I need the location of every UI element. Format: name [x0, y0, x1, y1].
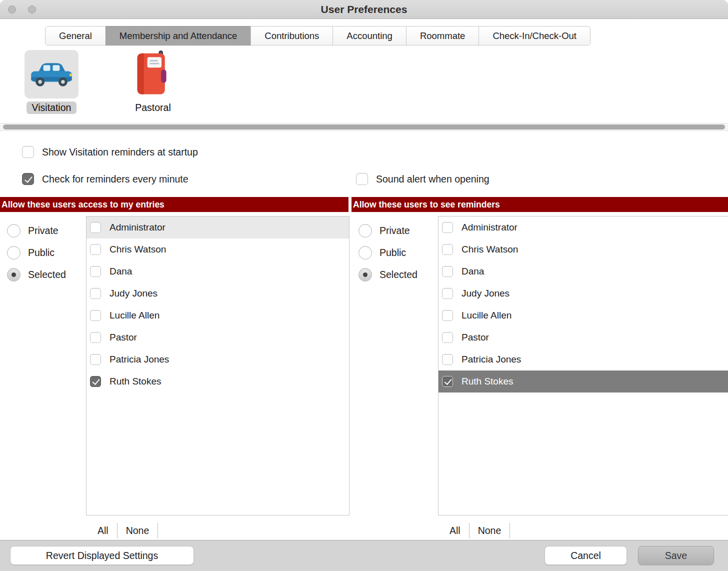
- user-name: Patricia Jones: [110, 354, 169, 365]
- user-row-dana[interactable]: Dana: [438, 260, 728, 282]
- close-button[interactable]: [8, 6, 16, 14]
- reminders-radio-selected[interactable]: [358, 268, 372, 282]
- tab-accounting[interactable]: Accounting: [332, 26, 406, 46]
- reminders-none-button[interactable]: None: [470, 523, 510, 538]
- user-row-patricia-jones[interactable]: Patricia Jones: [86, 348, 349, 370]
- user-checkbox[interactable]: [90, 310, 101, 321]
- user-name: Patricia Jones: [462, 354, 521, 365]
- tab-check-in-check-out[interactable]: Check-In/Check-Out: [478, 26, 590, 46]
- check-every-minute-label: Check for reminders every minute: [42, 174, 188, 185]
- reminders-section-header: Allow these users to see reminders: [352, 197, 728, 212]
- user-name: Pastor: [110, 332, 137, 343]
- user-row-dana[interactable]: Dana: [86, 260, 349, 282]
- user-row-ruth-stokes[interactable]: Ruth Stokes: [86, 370, 349, 392]
- access-list-buttons: All None: [89, 523, 158, 538]
- pastoral-tile[interactable]: [126, 50, 180, 98]
- user-checkbox[interactable]: [90, 244, 101, 255]
- radio-label: Selected: [380, 269, 418, 280]
- tab-bar: GeneralMembership and AttendanceContribu…: [45, 26, 590, 46]
- user-row-judy-jones[interactable]: Judy Jones: [86, 282, 349, 304]
- visitation-label: Visitation: [26, 102, 77, 114]
- user-checkbox[interactable]: [90, 266, 101, 277]
- user-checkbox[interactable]: [442, 354, 453, 365]
- user-name: Chris Watson: [462, 244, 518, 255]
- tab-contributions[interactable]: Contributions: [250, 26, 333, 46]
- user-name: Pastor: [462, 332, 489, 343]
- tab-roommate[interactable]: Roommate: [406, 26, 479, 46]
- show-reminders-label: Show Visitation reminders at startup: [42, 146, 198, 158]
- user-row-pastor[interactable]: Pastor: [438, 326, 728, 348]
- radio-label: Private: [28, 225, 58, 236]
- radio-label: Private: [380, 225, 410, 236]
- user-checkbox[interactable]: [442, 266, 453, 277]
- window-title: User Preferences: [0, 0, 728, 19]
- user-row-chris-watson[interactable]: Chris Watson: [438, 238, 728, 260]
- radio-label: Selected: [28, 269, 66, 280]
- visitation-tile[interactable]: [24, 50, 78, 98]
- user-row-judy-jones[interactable]: Judy Jones: [438, 282, 728, 304]
- user-row-pastor[interactable]: Pastor: [86, 326, 349, 348]
- user-row-administrator[interactable]: Administrator: [438, 216, 728, 238]
- check-every-minute-checkbox[interactable]: [22, 173, 34, 185]
- check-every-minute-option: Check for reminders every minute: [22, 173, 188, 185]
- horizontal-scrollbar[interactable]: [0, 123, 728, 131]
- reminders-all-button[interactable]: All: [441, 523, 470, 538]
- window-controls: [8, 6, 36, 14]
- reminders-radio-row-private: Private: [358, 224, 418, 238]
- show-reminders-option: Show Visitation reminders at startup: [22, 146, 198, 158]
- minimize-button[interactable]: [28, 6, 36, 14]
- user-preferences-window: User Preferences GeneralMembership and A…: [0, 0, 728, 571]
- user-row-ruth-stokes[interactable]: Ruth Stokes: [438, 370, 728, 392]
- reminders-list-buttons: All None: [441, 523, 510, 538]
- reminders-radio-private[interactable]: [358, 224, 372, 238]
- user-row-lucille-allen[interactable]: Lucille Allen: [438, 304, 728, 326]
- access-section-header: Allow these users access to my entries: [0, 197, 348, 212]
- reminders-user-list[interactable]: AdministratorChris WatsonDanaJudy JonesL…: [438, 216, 728, 516]
- access-radio-public[interactable]: [7, 246, 20, 260]
- user-checkbox[interactable]: [90, 222, 101, 233]
- subsection-pastoral[interactable]: Pastoral: [120, 50, 186, 114]
- tab-membership-and-attendance[interactable]: Membership and Attendance: [106, 26, 252, 46]
- access-radio-selected[interactable]: [7, 268, 20, 282]
- user-checkbox[interactable]: [442, 332, 453, 343]
- cancel-button[interactable]: Cancel: [544, 546, 627, 565]
- user-checkbox[interactable]: [442, 376, 453, 387]
- access-radio-row-private: Private: [7, 224, 66, 238]
- access-radio-private[interactable]: [7, 224, 20, 238]
- user-checkbox[interactable]: [90, 288, 101, 299]
- user-checkbox[interactable]: [90, 354, 101, 365]
- scrollbar-thumb[interactable]: [3, 124, 725, 130]
- sound-alert-label: Sound alert when opening: [376, 174, 490, 185]
- user-name: Lucille Allen: [110, 310, 160, 321]
- user-checkbox[interactable]: [442, 222, 453, 233]
- user-checkbox[interactable]: [442, 288, 453, 299]
- access-none-button[interactable]: None: [118, 523, 158, 538]
- show-reminders-checkbox[interactable]: [22, 146, 34, 158]
- revert-settings-button[interactable]: Revert Displayed Settings: [10, 546, 194, 565]
- user-row-administrator[interactable]: Administrator: [86, 216, 349, 238]
- user-name: Judy Jones: [110, 288, 158, 299]
- user-name: Administrator: [110, 222, 166, 233]
- user-checkbox[interactable]: [442, 244, 453, 255]
- reminders-radio-public[interactable]: [358, 246, 372, 260]
- access-radio-row-public: Public: [7, 246, 66, 260]
- sound-alert-checkbox[interactable]: [356, 173, 368, 185]
- subsection-visitation[interactable]: Visitation: [18, 50, 84, 114]
- user-checkbox[interactable]: [90, 376, 101, 387]
- reminders-radio-row-selected: Selected: [358, 268, 418, 282]
- user-row-chris-watson[interactable]: Chris Watson: [86, 238, 349, 260]
- access-all-button[interactable]: All: [89, 523, 118, 538]
- user-checkbox[interactable]: [90, 332, 101, 343]
- user-row-patricia-jones[interactable]: Patricia Jones: [438, 348, 728, 370]
- pastoral-label: Pastoral: [130, 102, 176, 114]
- save-button[interactable]: Save: [638, 546, 714, 565]
- tab-general[interactable]: General: [45, 26, 106, 46]
- user-checkbox[interactable]: [442, 310, 453, 321]
- user-row-lucille-allen[interactable]: Lucille Allen: [86, 304, 349, 326]
- titlebar: User Preferences: [0, 0, 728, 19]
- car-icon: [27, 58, 76, 92]
- user-name: Ruth Stokes: [462, 376, 514, 387]
- access-user-list[interactable]: AdministratorChris WatsonDanaJudy JonesL…: [86, 216, 350, 516]
- radio-label: Public: [28, 247, 54, 258]
- reminders-radio-row-public: Public: [358, 246, 418, 260]
